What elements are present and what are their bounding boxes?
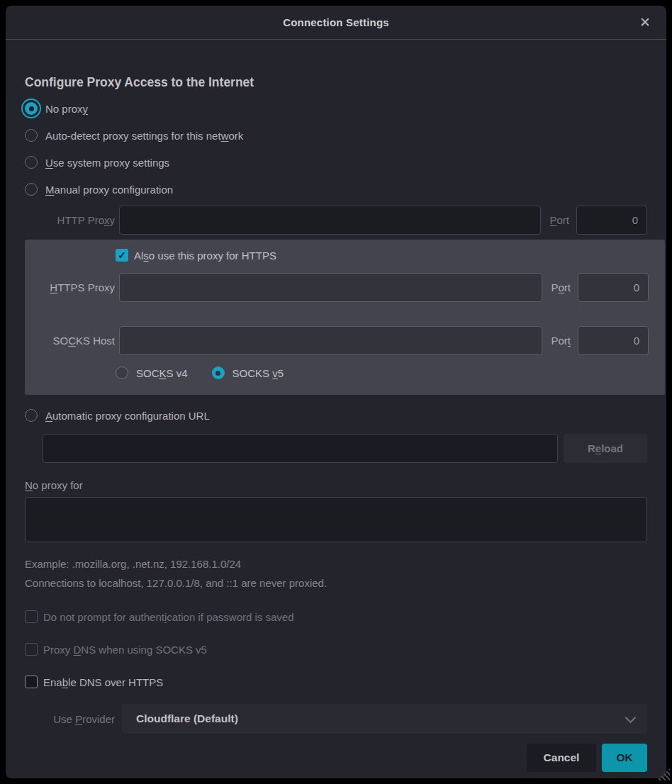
http-proxy-input[interactable]: [119, 206, 541, 235]
radio-label: No proxy: [45, 103, 88, 115]
provider-dropdown[interactable]: Cloudflare (Default): [122, 704, 647, 734]
http-proxy-label: HTTP Proxy: [25, 214, 115, 226]
socks-host-row: SOCKS Host Port: [25, 326, 649, 355]
auto-proxy-url-row: Reload: [25, 434, 647, 463]
socks-version-row: SOCKS v4 SOCKS v5: [116, 364, 649, 381]
section-heading: Configure Proxy Access to the Internet: [25, 75, 647, 90]
checkbox-icon[interactable]: [25, 643, 38, 656]
option-no-auth-prompt[interactable]: Do not prompt for authentication if pass…: [25, 608, 647, 625]
option-proxy-dns-socks5[interactable]: Proxy DNS when using SOCKS v5: [25, 641, 647, 658]
dialog-title: Connection Settings: [283, 16, 389, 28]
auto-proxy-url-input[interactable]: [43, 434, 558, 463]
socks-port-input[interactable]: [578, 326, 649, 355]
radio-label: Auto-detect proxy settings for this netw…: [45, 130, 243, 142]
radio-icon[interactable]: [25, 409, 38, 422]
option-enable-doh[interactable]: Enable DNS over HTTPS: [25, 673, 647, 690]
https-socks-spotlight: ✓ Also use this proxy for HTTPS HTTPS Pr…: [25, 240, 665, 395]
no-proxy-for-label: No proxy for: [25, 479, 647, 491]
also-https-label: Also use this proxy for HTTPS: [134, 250, 276, 262]
title-bar: Connection Settings ✕: [6, 6, 666, 40]
check-icon: ✓: [118, 250, 126, 260]
options-group: Do not prompt for authentication if pass…: [25, 608, 647, 690]
example-text: Example: .mozilla.org, .net.nz, 192.168.…: [25, 558, 647, 570]
radio-auto-detect[interactable]: Auto-detect proxy settings for this netw…: [25, 127, 647, 144]
connection-settings-dialog: Connection Settings ✕ Configure Proxy Ac…: [6, 6, 666, 778]
dialog-content: Configure Proxy Access to the Internet N…: [6, 75, 666, 772]
ok-button[interactable]: OK: [602, 744, 647, 772]
chevron-down-icon: [625, 712, 637, 723]
radio-label: Manual proxy configuration: [45, 184, 173, 196]
also-https-row[interactable]: ✓ Also use this proxy for HTTPS: [116, 247, 649, 264]
radio-use-system[interactable]: Use system proxy settings: [25, 154, 647, 171]
localhost-note: Connections to localhost, 127.0.0.1/8, a…: [25, 577, 647, 589]
socks-v5-label: SOCKS v5: [233, 367, 284, 379]
http-port-label: Port: [549, 214, 569, 226]
checkbox-icon[interactable]: [25, 676, 38, 688]
provider-row: Use Provider Cloudflare (Default): [25, 704, 647, 734]
https-proxy-label: HTTPS Proxy: [25, 281, 115, 293]
https-proxy-row: HTTPS Proxy Port: [25, 273, 649, 302]
socks-port-label: Port: [551, 335, 571, 347]
auto-proxy-url-label: Automatic proxy configuration URL: [45, 410, 210, 422]
radio-socks-v5[interactable]: [212, 366, 225, 379]
close-icon[interactable]: ✕: [635, 6, 655, 39]
reload-button[interactable]: Reload: [564, 434, 647, 463]
radio-icon-selected[interactable]: [25, 102, 38, 115]
provider-selected-value: Cloudflare (Default): [136, 712, 627, 725]
checkbox-checked-icon[interactable]: ✓: [116, 249, 128, 262]
http-port-input[interactable]: [576, 206, 647, 235]
https-proxy-input[interactable]: [119, 273, 542, 302]
radio-no-proxy[interactable]: No proxy: [25, 100, 647, 117]
no-proxy-for-textarea[interactable]: [25, 497, 647, 542]
radio-auto-proxy-url[interactable]: Automatic proxy configuration URL: [25, 407, 647, 424]
https-port-input[interactable]: [578, 273, 649, 302]
radio-icon[interactable]: [25, 156, 38, 169]
radio-socks-v4[interactable]: [116, 366, 128, 379]
http-proxy-row: HTTP Proxy Port: [25, 206, 647, 235]
radio-icon[interactable]: [25, 129, 38, 142]
option-label: Enable DNS over HTTPS: [43, 676, 163, 688]
socks-v4-label: SOCKS v4: [136, 367, 188, 379]
radio-icon[interactable]: [25, 183, 38, 196]
option-label: Proxy DNS when using SOCKS v5: [43, 644, 207, 656]
radio-manual-proxy[interactable]: Manual proxy configuration: [25, 181, 647, 198]
checkbox-icon[interactable]: [25, 610, 38, 623]
socks-host-label: SOCKS Host: [25, 335, 115, 347]
cancel-button[interactable]: Cancel: [527, 744, 596, 772]
radio-label: Use system proxy settings: [45, 157, 169, 169]
socks-host-input[interactable]: [119, 326, 542, 355]
https-port-label: Port: [551, 281, 571, 293]
option-label: Do not prompt for authentication if pass…: [43, 611, 294, 623]
use-provider-label: Use Provider: [25, 713, 115, 725]
dialog-footer: Cancel OK: [25, 744, 647, 772]
